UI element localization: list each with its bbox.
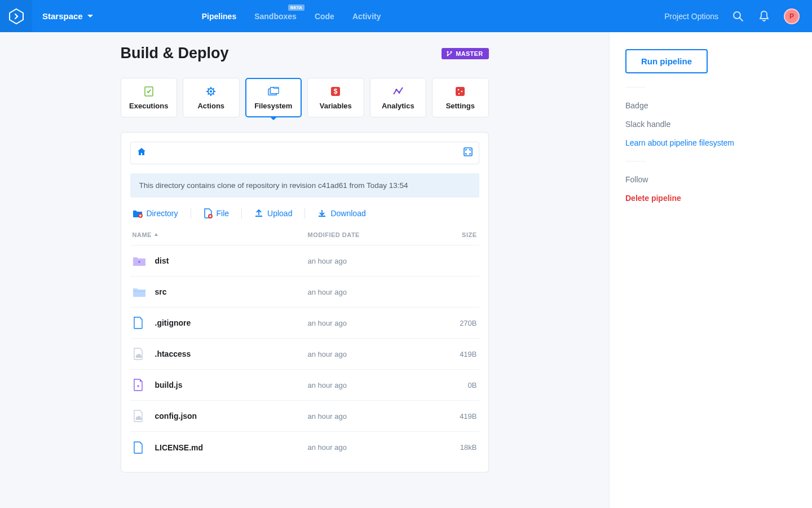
info-bar: This directory contains clone of reposit… <box>130 173 479 198</box>
settings-icon <box>454 85 466 98</box>
project-name-label: Starspace <box>42 11 83 21</box>
project-options-link[interactable]: Project Options <box>664 12 718 21</box>
file-name: config.json <box>155 411 308 421</box>
table-row[interactable]: .htaccessan hour ago419B <box>130 339 479 370</box>
table-header: NAME MODIFIED DATE SIZE <box>130 227 479 246</box>
file-modified: an hour ago <box>308 288 432 296</box>
svg-rect-14 <box>456 87 465 96</box>
nav-tabs: Pipelines Sandboxes BETA Code Activity <box>202 12 381 21</box>
filesystem-icon <box>267 85 280 98</box>
executions-icon <box>143 85 155 98</box>
tab-settings[interactable]: Settings <box>432 78 489 117</box>
file-type-icon <box>133 409 155 423</box>
home-icon[interactable] <box>136 147 147 159</box>
upload-icon <box>254 209 263 218</box>
tab-actions-label: Actions <box>197 102 224 110</box>
svg-text:$: $ <box>334 87 338 95</box>
fullscreen-icon[interactable] <box>463 147 473 159</box>
tab-variables[interactable]: $ Variables <box>307 78 364 117</box>
nav-tab-code[interactable]: Code <box>315 12 334 21</box>
actions-icon <box>205 85 217 98</box>
file-name: dist <box>155 256 308 265</box>
col-name-header[interactable]: NAME <box>133 231 308 238</box>
file-type-icon <box>133 255 155 266</box>
run-pipeline-button[interactable]: Run pipeline <box>625 49 708 73</box>
side-separator <box>625 161 646 161</box>
file-name: src <box>155 287 308 296</box>
section-tabs: Executions Actions Filesystem $ Variable… <box>121 78 489 117</box>
nav-tab-activity[interactable]: Activity <box>352 12 381 21</box>
svg-point-0 <box>734 12 740 19</box>
filesystem-card: This directory contains clone of reposit… <box>121 132 489 472</box>
bell-icon[interactable] <box>758 10 770 23</box>
svg-point-17 <box>458 93 460 95</box>
separator <box>191 208 191 219</box>
col-name-label: NAME <box>133 231 152 238</box>
page-title: Build & Deploy <box>121 45 229 62</box>
sort-asc-icon <box>154 233 158 237</box>
table-row[interactable]: distan hour ago <box>130 246 479 277</box>
hexagon-arrow-icon <box>8 8 25 25</box>
svg-point-7 <box>210 90 212 93</box>
tab-filesystem-label: Filesystem <box>254 102 292 110</box>
table-row[interactable]: LICENSE.mdan hour ago18kB <box>130 432 479 463</box>
branch-badge[interactable]: MASTER <box>442 48 488 59</box>
tab-filesystem[interactable]: Filesystem <box>245 78 302 117</box>
svg-rect-18 <box>464 148 472 156</box>
tab-settings-label: Settings <box>446 102 475 110</box>
folder-plus-icon <box>133 209 143 218</box>
download-button[interactable]: Download <box>317 209 365 218</box>
table-row[interactable]: .gitignorean hour ago270B <box>130 308 479 339</box>
side-link-slack[interactable]: Slack handle <box>625 120 796 129</box>
new-file-button[interactable]: File <box>204 208 230 218</box>
col-size-header[interactable]: SIZE <box>432 231 477 238</box>
upload-label: Upload <box>267 209 292 218</box>
file-type-icon <box>133 441 155 454</box>
file-modified: an hour ago <box>308 257 432 265</box>
table-row[interactable]: build.jsan hour ago0B <box>130 370 479 401</box>
tab-executions-label: Executions <box>129 102 168 110</box>
new-file-label: File <box>217 209 230 218</box>
topbar: Starspace Pipelines Sandboxes BETA Code … <box>0 0 812 32</box>
tab-executions[interactable]: Executions <box>121 78 178 117</box>
file-size: 419B <box>432 350 477 358</box>
new-directory-label: Directory <box>147 209 178 218</box>
table-row[interactable]: config.jsonan hour ago419B <box>130 401 479 432</box>
branch-icon <box>446 50 453 57</box>
project-dropdown[interactable]: Starspace <box>32 11 103 21</box>
table-row[interactable]: srcan hour ago <box>130 277 479 308</box>
file-modified: an hour ago <box>308 443 432 452</box>
side-separator <box>625 87 646 87</box>
file-modified: an hour ago <box>308 319 432 327</box>
tab-variables-label: Variables <box>320 102 352 110</box>
logo[interactable] <box>0 0 32 32</box>
file-modified: an hour ago <box>308 381 432 389</box>
side-link-follow[interactable]: Follow <box>625 175 796 184</box>
file-name: LICENSE.md <box>155 443 308 452</box>
upload-button[interactable]: Upload <box>254 209 292 218</box>
side-link-learn[interactable]: Learn about pipeline filesystem <box>625 138 796 147</box>
nav-right: Project Options P <box>664 8 812 24</box>
file-name: .gitignore <box>155 318 308 327</box>
separator <box>304 208 305 219</box>
svg-point-16 <box>461 91 463 93</box>
file-type-icon <box>133 347 155 361</box>
file-name: build.js <box>155 380 308 389</box>
side-link-badge[interactable]: Badge <box>625 101 796 110</box>
nav-tab-pipelines[interactable]: Pipelines <box>202 12 236 21</box>
variables-icon: $ <box>329 85 342 98</box>
right-panel: Run pipeline Badge Slack handle Learn ab… <box>609 32 812 508</box>
search-icon[interactable] <box>732 10 744 23</box>
file-name: .htaccess <box>155 349 308 358</box>
side-link-delete[interactable]: Delete pipeline <box>625 194 796 203</box>
col-date-header[interactable]: MODIFIED DATE <box>308 231 432 238</box>
new-directory-button[interactable]: Directory <box>133 209 178 218</box>
file-size: 419B <box>432 412 477 421</box>
file-modified: an hour ago <box>308 350 432 358</box>
analytics-icon <box>392 85 404 98</box>
nav-tab-sandboxes[interactable]: Sandboxes BETA <box>254 12 297 21</box>
tab-analytics[interactable]: Analytics <box>370 78 427 117</box>
avatar[interactable]: P <box>784 8 800 24</box>
tab-actions[interactable]: Actions <box>183 78 240 117</box>
file-type-icon <box>133 316 155 330</box>
